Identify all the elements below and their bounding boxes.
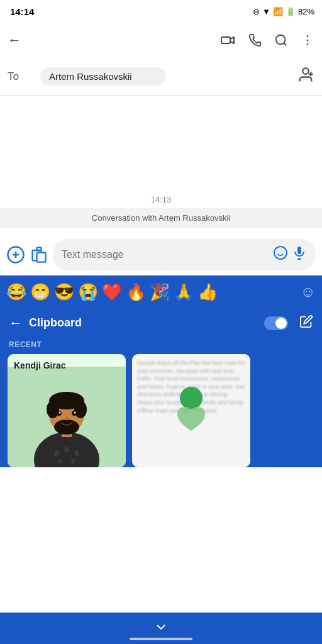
search-icon [274, 33, 288, 47]
emoji-party[interactable]: 🎉 [150, 282, 170, 302]
wifi-icon: ▼ [262, 7, 270, 16]
chevron-down-icon [153, 619, 169, 635]
emoji-fire[interactable]: 🔥 [126, 282, 146, 302]
emoji-button[interactable] [273, 245, 288, 264]
clipboard-title: Clipboard [29, 316, 258, 330]
recipient-chip[interactable]: Artem Russakovskii [40, 67, 166, 86]
battery-icon: 🔋 [286, 7, 296, 16]
clipboard-item-doc[interactable]: Google Maps off the Plan the best route … [132, 354, 250, 467]
signal-icon: 📶 [273, 7, 283, 16]
back-arrow-icon: ← [8, 32, 21, 48]
message-timestamp: 14:13 [151, 195, 172, 204]
kendji-svg [8, 367, 126, 467]
home-indicator [130, 638, 192, 640]
more-options-icon [301, 33, 314, 47]
emoji-cry[interactable]: 😭 [78, 282, 98, 302]
svg-point-36 [59, 412, 61, 414]
doc-card-content: Google Maps off the Plan the best route … [132, 354, 250, 467]
do-not-disturb-icon: ⊖ [253, 7, 260, 16]
add-contact-icon [297, 66, 314, 84]
svg-point-6 [303, 68, 308, 74]
toggle-pill [264, 316, 288, 330]
clipboard-panel: ← Clipboard RECENT Kendji Girac [0, 308, 322, 467]
add-attachment-button[interactable] [6, 245, 25, 264]
clipboard-item-kendji[interactable]: Kendji Girac [8, 354, 126, 467]
input-row [0, 234, 322, 275]
status-time: 14:14 [10, 6, 34, 17]
emoji-heart[interactable]: ❤️ [102, 282, 122, 302]
chevron-down-button[interactable] [153, 619, 169, 638]
kendji-card-content: Kendji Girac [8, 354, 126, 467]
to-row: To Artem Russakovskii [0, 58, 322, 96]
svg-point-39 [180, 387, 203, 409]
recent-label: RECENT [0, 338, 322, 354]
svg-point-25 [74, 450, 79, 457]
clipboard-header: ← Clipboard [0, 308, 322, 338]
svg-rect-18 [297, 247, 301, 254]
status-icons: ⊖ ▼ 📶 🔋 82% [253, 7, 314, 16]
phone-icon [248, 33, 262, 47]
clipboard-toggle-button[interactable] [264, 316, 288, 330]
emoji-thumbsup[interactable]: 👍 [197, 282, 218, 302]
clipboard-items: Kendji Girac [0, 354, 322, 467]
to-label: To [8, 70, 33, 83]
clipboard-back-button[interactable]: ← [9, 315, 23, 331]
svg-point-33 [54, 419, 79, 435]
text-input-wrap [53, 239, 316, 270]
emoji-pray[interactable]: 🙏 [174, 282, 194, 302]
more-options-button[interactable] [301, 33, 314, 47]
message-input[interactable] [62, 249, 269, 260]
svg-point-26 [58, 458, 62, 464]
emoji-cool[interactable]: 😎 [54, 282, 74, 302]
map-pin-svg [171, 386, 211, 436]
emoji-picker-icon[interactable]: ☺ [300, 283, 316, 301]
emoji-icon [273, 245, 288, 260]
svg-rect-14 [37, 253, 46, 262]
svg-point-27 [71, 458, 75, 464]
svg-point-4 [307, 40, 309, 42]
svg-point-31 [47, 401, 59, 418]
kendji-person-image [8, 354, 126, 467]
top-bar: ← [0, 23, 322, 58]
battery-percent: 82% [298, 7, 314, 16]
svg-point-5 [307, 43, 309, 45]
top-bar-left: ← [8, 32, 21, 48]
mic-button[interactable] [292, 245, 307, 264]
bottom-bar [0, 613, 322, 644]
edit-icon [299, 314, 313, 328]
svg-point-24 [64, 447, 69, 453]
microphone-icon [292, 245, 307, 260]
svg-point-32 [74, 401, 87, 418]
video-camera-icon [220, 33, 235, 48]
top-bar-right [220, 33, 314, 48]
message-area: 14:13 Conversation with Artem Russakovsk… [0, 96, 322, 234]
video-call-button[interactable] [220, 33, 235, 48]
svg-point-23 [54, 450, 59, 457]
emoji-grin[interactable]: 😁 [30, 282, 50, 302]
clipboard-copy-icon [30, 246, 48, 264]
svg-point-3 [307, 35, 309, 37]
clipboard-button[interactable] [30, 246, 48, 264]
emoji-laughing[interactable]: 😂 [6, 282, 26, 302]
svg-point-1 [276, 35, 286, 45]
svg-line-2 [284, 43, 286, 45]
kendji-name-label: Kendji Girac [14, 360, 65, 370]
back-button[interactable]: ← [8, 32, 21, 48]
emoji-row: 😂 😁 😎 😭 ❤️ 🔥 🎉 🙏 👍 ☺ [0, 275, 322, 308]
svg-point-37 [74, 412, 76, 414]
status-bar: 14:14 ⊖ ▼ 📶 🔋 82% [0, 0, 322, 23]
search-button[interactable] [274, 33, 288, 47]
clipboard-edit-button[interactable] [299, 314, 313, 331]
conversation-banner: Conversation with Artem Russakovskii [0, 208, 322, 228]
phone-call-button[interactable] [248, 33, 262, 47]
add-circle-icon [6, 245, 25, 264]
svg-point-15 [274, 247, 287, 259]
add-contact-button[interactable] [297, 66, 314, 87]
svg-rect-0 [221, 37, 230, 43]
maps-icon [171, 386, 211, 436]
